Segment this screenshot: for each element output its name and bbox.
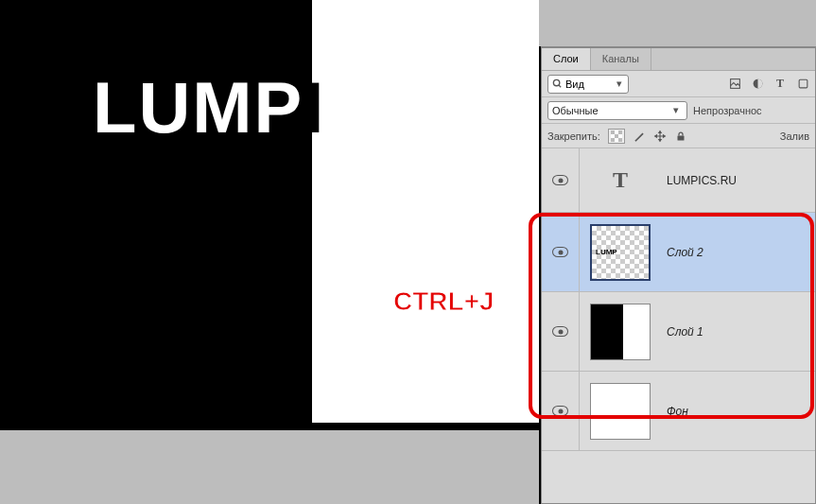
svg-rect-7	[618, 130, 622, 134]
layer-row-text[interactable]: T LUMPICS.RU	[542, 148, 815, 213]
visibility-toggle[interactable]	[552, 175, 568, 185]
svg-point-0	[553, 79, 559, 85]
opacity-label: Непрозрачнос	[693, 105, 762, 116]
layer-thumbnail[interactable]	[590, 383, 651, 440]
blend-mode-value: Обычные	[552, 105, 599, 116]
layer-name[interactable]: Слой 2	[661, 246, 815, 259]
lock-pixels-button[interactable]	[633, 130, 646, 143]
svg-rect-9	[611, 138, 615, 142]
filter-text-icon[interactable]: T	[773, 78, 787, 91]
layer-filter-kind-text[interactable]	[565, 78, 611, 90]
panel-filter-row: ▾ T	[542, 71, 815, 97]
visibility-toggle[interactable]	[552, 247, 568, 257]
tab-layers[interactable]: Слои	[542, 48, 591, 70]
search-icon	[552, 78, 563, 91]
tab-channels[interactable]: Каналы	[591, 48, 651, 70]
lock-all-button[interactable]	[674, 130, 687, 143]
lock-transparency-button[interactable]	[608, 129, 625, 144]
layer-name[interactable]: Фон	[661, 405, 815, 418]
layer-row-raster[interactable]: LUMP Слой 2	[542, 213, 815, 292]
svg-rect-4	[799, 79, 807, 88]
lock-position-button[interactable]	[653, 130, 667, 143]
fill-label: Залив	[780, 130, 809, 142]
filter-adjust-icon[interactable]	[751, 78, 764, 91]
panel-tab-strip: Слои Каналы	[542, 48, 815, 71]
chevron-updown-icon: ▾	[669, 104, 683, 116]
canvas-bottom-strip	[0, 430, 539, 504]
filter-image-icon[interactable]	[728, 78, 741, 91]
lock-label: Закрепить:	[547, 130, 600, 142]
layers-list: T LUMPICS.RU LUMP Слой 2	[542, 148, 815, 503]
annotation-shortcut: CTRL+J	[393, 287, 495, 317]
filter-shape-icon[interactable]	[796, 78, 809, 91]
layer-thumbnail[interactable]: LUMP	[590, 224, 651, 281]
blend-mode-select[interactable]: Обычные ▾	[547, 101, 687, 120]
svg-rect-10	[618, 138, 622, 142]
panel-mode-row: Обычные ▾ Непрозрачнос	[542, 97, 815, 124]
app-chrome-strip	[539, 0, 816, 46]
text-layer-icon: T	[613, 167, 628, 193]
layer-filter-kind-select[interactable]: ▾	[547, 75, 629, 94]
svg-rect-6	[611, 130, 615, 134]
layer-row-raster[interactable]: Слой 1	[542, 292, 815, 372]
svg-rect-11	[677, 135, 684, 140]
canvas-text-lumpics: LUMPI	[93, 66, 325, 148]
chevron-updown-icon: ▾	[614, 78, 624, 90]
layer-thumbnail[interactable]	[590, 304, 651, 360]
layer-name[interactable]: LUMPICS.RU	[661, 174, 815, 187]
layers-panel: Слои Каналы ▾ T	[541, 46, 816, 504]
svg-rect-8	[615, 134, 618, 138]
thumbnail-content-text: LUMP	[596, 248, 617, 256]
layer-row-background[interactable]: Фон	[542, 372, 815, 451]
svg-line-1	[559, 85, 561, 87]
panel-lock-row: Закрепить: Залив	[542, 124, 815, 148]
canvas-white-region	[312, 0, 539, 423]
layer-name[interactable]: Слой 1	[661, 325, 815, 339]
visibility-toggle[interactable]	[552, 406, 568, 416]
visibility-toggle[interactable]	[552, 326, 568, 337]
